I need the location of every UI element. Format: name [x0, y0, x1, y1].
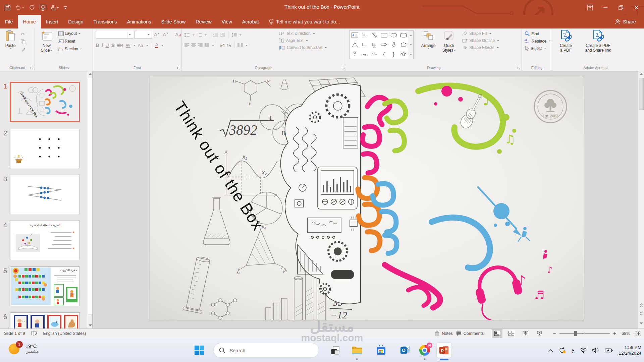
convert-to-smartart-button[interactable]: Convert to SmartArt	[279, 45, 327, 50]
shape-line[interactable]	[360, 31, 369, 40]
main-scroll-thumb[interactable]	[639, 78, 644, 110]
font-size-combo[interactable]	[135, 31, 152, 39]
slide-thumbnail-1[interactable]: Think out of the Box	[10, 82, 80, 122]
format-painter-button[interactable]	[21, 47, 25, 52]
tab-view[interactable]: View	[217, 15, 237, 28]
slideshow-view-button[interactable]	[534, 329, 545, 338]
tab-home[interactable]: Home	[18, 15, 41, 28]
zoom-level[interactable]: 68%	[622, 331, 630, 336]
shape-arc[interactable]	[360, 49, 369, 59]
italic-button[interactable]: I	[101, 43, 103, 48]
shape-star[interactable]	[398, 49, 408, 59]
tray-chevron-up[interactable]	[548, 349, 553, 352]
copy-button[interactable]	[21, 39, 25, 44]
restore-button[interactable]	[613, 0, 629, 15]
zoom-out-button[interactable]: −	[553, 330, 556, 337]
tab-animations[interactable]: Animations	[122, 15, 156, 28]
increase-indent-button[interactable]	[220, 33, 225, 37]
paste-button[interactable]: Paste	[3, 30, 18, 49]
text-shadow-button[interactable]: S	[111, 43, 115, 48]
text-direction-button[interactable]: A Text Direction	[279, 31, 327, 36]
section-button[interactable]: Section	[58, 47, 82, 51]
slide-canvas[interactable]: I II III N H H 3892 x1 x2 α2 γ2 β2 35 −1…	[150, 77, 584, 320]
bold-button[interactable]: B	[96, 43, 99, 48]
gallery-scroll-up[interactable]	[408, 31, 413, 40]
underline-button[interactable]: U	[105, 43, 109, 48]
file-explorer-button[interactable]	[350, 343, 364, 358]
main-scroll-down[interactable]	[638, 320, 644, 326]
notes-button[interactable]: Notes	[434, 331, 453, 336]
tab-insert[interactable]: Insert	[41, 15, 63, 28]
slide-thumbnail-5[interactable]: فقرة الكروت	[10, 266, 80, 306]
slide-indicator[interactable]: Slide 1 of 9	[4, 331, 25, 336]
zoom-in-button[interactable]: +	[613, 330, 616, 337]
shape-effects-button[interactable]: Shape Effects	[462, 45, 499, 50]
quick-styles-button[interactable]: Quick Styles	[439, 30, 459, 53]
shape-down-arrow[interactable]	[389, 40, 398, 49]
normal-view-button[interactable]	[492, 329, 502, 338]
zoom-slider-thumb[interactable]	[574, 331, 577, 336]
shape-rectangle[interactable]	[379, 31, 389, 40]
close-button[interactable]	[629, 0, 644, 15]
minimize-button[interactable]	[598, 0, 613, 15]
previous-slide-button[interactable]	[638, 302, 644, 308]
main-scrollbar[interactable]	[638, 71, 644, 328]
shape-right-brace[interactable]: }	[389, 49, 398, 59]
weather-widget[interactable]: 1 19°C مشمس	[9, 342, 39, 355]
comments-button[interactable]: Comments	[456, 331, 484, 336]
line-spacing-button[interactable]	[231, 33, 237, 37]
volume-icon[interactable]	[592, 348, 599, 353]
new-slide-button[interactable]: New Slide	[38, 30, 55, 53]
reset-button[interactable]: Reset	[58, 39, 82, 44]
create-pdf-button[interactable]: Create a PDF	[555, 30, 576, 53]
decrease-font-button[interactable]: A▼	[162, 31, 169, 38]
task-view-button[interactable]	[328, 343, 343, 358]
microsoft-store-button[interactable]	[374, 343, 388, 358]
start-button[interactable]	[192, 343, 207, 358]
tab-transitions[interactable]: Transitions	[88, 15, 122, 28]
create-pdf-share-button[interactable]: Create a PDF and Share link	[580, 30, 616, 53]
tab-review[interactable]: Review	[191, 15, 217, 28]
gallery-scroll-down[interactable]	[408, 40, 413, 49]
align-text-button[interactable]: Align Text	[279, 38, 327, 43]
align-right-button[interactable]	[198, 43, 203, 47]
clear-formatting-button[interactable]: A◢	[174, 31, 182, 38]
ribbon-display-options-button[interactable]	[582, 0, 598, 15]
powerpoint-button[interactable]: P	[437, 343, 451, 358]
slide-sorter-view-button[interactable]	[506, 329, 517, 338]
thumbnail-scroll-up[interactable]	[87, 71, 93, 77]
shape-oval[interactable]	[389, 31, 398, 40]
slide-thumbnail-3[interactable]	[10, 175, 80, 214]
chrome-button[interactable]: N	[417, 343, 432, 358]
shape-freeform[interactable]	[398, 40, 408, 49]
battery-icon[interactable]	[605, 348, 613, 353]
shape-scribble[interactable]	[350, 49, 360, 59]
shape-rounded-rectangle[interactable]	[398, 31, 408, 40]
thumbnail-scroll-down[interactable]	[87, 322, 93, 328]
shape-elbow-arrow-connector[interactable]	[369, 40, 379, 49]
thumbnail-scrollbar[interactable]	[87, 71, 93, 328]
zoom-slider[interactable]	[559, 330, 610, 337]
shape-left-brace[interactable]: {	[379, 49, 389, 59]
thumbnail-scroll-thumb[interactable]	[88, 78, 92, 314]
shapes-gallery-scroll[interactable]	[408, 30, 414, 59]
decrease-indent-button[interactable]	[213, 33, 218, 37]
replace-button[interactable]: abac Replace	[525, 39, 551, 44]
spellcheck-icon[interactable]	[31, 331, 37, 336]
shape-triangle[interactable]	[350, 40, 360, 49]
gallery-more[interactable]	[408, 49, 413, 59]
shape-elbow-connector[interactable]	[360, 40, 369, 49]
shape-textbox[interactable]: A	[350, 31, 360, 40]
tell-me-box[interactable]: Tell me what you want to do...	[264, 15, 345, 28]
strikethrough-button[interactable]: abc	[117, 43, 123, 48]
clock[interactable]: 1:56 PM 12/24/2024	[619, 345, 641, 356]
font-color-button[interactable]: A	[155, 43, 159, 48]
next-slide-button[interactable]	[638, 310, 644, 316]
increase-font-button[interactable]: A▲	[153, 31, 161, 38]
numbering-button[interactable]: 123	[197, 33, 202, 37]
ltr-direction-button[interactable]: ▶¶	[220, 44, 225, 47]
slide-thumbnail-4[interactable]: الطريقة الفعالة لبناء فقرة:	[10, 221, 80, 260]
shape-right-arrow[interactable]	[379, 40, 389, 49]
tab-file[interactable]: File	[0, 15, 18, 28]
outlook-button[interactable]: O	[398, 343, 413, 358]
